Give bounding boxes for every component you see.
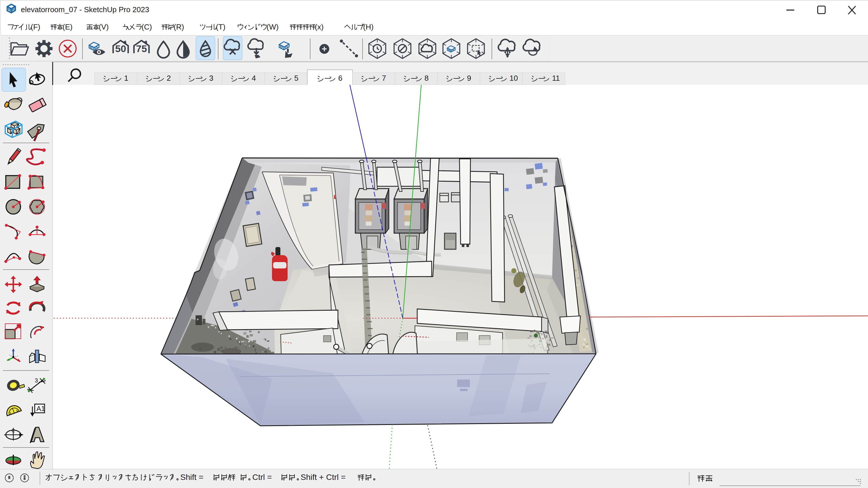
svg-text:7: 7 bbox=[382, 74, 386, 83]
svg-text:(F): (F) bbox=[31, 23, 40, 31]
svg-text:(E): (E) bbox=[62, 23, 73, 31]
svg-text:50: 50 bbox=[115, 43, 126, 54]
svg-text:8: 8 bbox=[425, 74, 429, 83]
svg-text:(R): (R) bbox=[174, 23, 184, 31]
svg-text:(x): (x) bbox=[315, 23, 323, 31]
svg-text:2: 2 bbox=[167, 74, 171, 83]
svg-text:C: C bbox=[11, 428, 15, 433]
svg-text:Shift =: Shift = bbox=[180, 473, 206, 482]
svg-text:Shift + Ctrl =: Shift + Ctrl = bbox=[301, 473, 348, 482]
svg-text:A1: A1 bbox=[36, 405, 45, 413]
svg-text:4: 4 bbox=[252, 74, 256, 83]
svg-text:3: 3 bbox=[35, 377, 38, 384]
svg-text:(C): (C) bbox=[142, 23, 152, 31]
svg-text:1: 1 bbox=[124, 74, 128, 83]
svg-text:(T): (T) bbox=[216, 23, 225, 31]
svg-text:6: 6 bbox=[338, 74, 342, 83]
svg-text:3: 3 bbox=[209, 74, 213, 83]
svg-text:elevatorroom_07 - SketchUp Pro: elevatorroom_07 - SketchUp Pro 2023 bbox=[21, 5, 149, 14]
svg-text:11: 11 bbox=[552, 74, 560, 83]
svg-text:(V): (V) bbox=[99, 23, 109, 31]
svg-text:9: 9 bbox=[467, 74, 471, 83]
svg-text:(W): (W) bbox=[267, 23, 279, 31]
svg-text:5: 5 bbox=[294, 74, 298, 83]
svg-text:10: 10 bbox=[509, 74, 518, 83]
svg-text:(H): (H) bbox=[363, 23, 374, 31]
svg-text:75: 75 bbox=[136, 43, 147, 54]
svg-text:Ctrl =: Ctrl = bbox=[252, 473, 274, 482]
